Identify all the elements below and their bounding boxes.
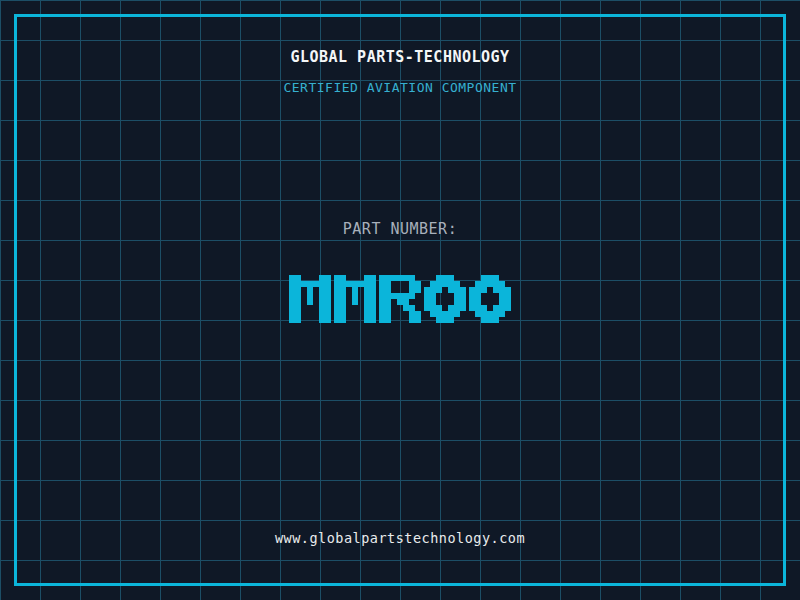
part-number-glyph [289,275,331,323]
certificate-page: GLOBAL PARTS-TECHNOLOGY CERTIFIED AVIATI… [0,0,800,600]
part-number-label: PART NUMBER: [0,221,800,238]
part-number-glyph [334,275,376,323]
part-number-glyph [379,275,421,323]
part-number-glyph [424,275,466,323]
website-url: www.globalpartstechnology.com [0,531,800,546]
company-title: GLOBAL PARTS-TECHNOLOGY [0,49,800,66]
part-number-glyph [469,275,511,323]
part-number-value [0,275,800,323]
certification-subtitle: CERTIFIED AVIATION COMPONENT [0,81,800,95]
